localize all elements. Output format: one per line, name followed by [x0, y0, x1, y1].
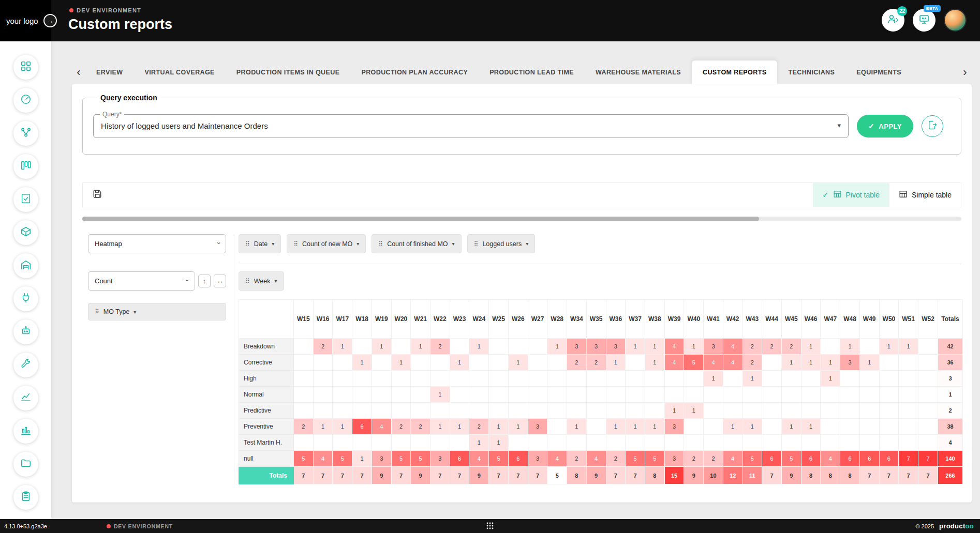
- apps-grid-button[interactable]: [486, 522, 494, 530]
- pivot-cell: 2: [781, 339, 801, 355]
- pivot-cell: [333, 435, 352, 451]
- pivot-cell: [684, 387, 704, 403]
- sidebar-item-materials[interactable]: [13, 220, 38, 245]
- pivot-cell: 1: [469, 435, 489, 451]
- pivot-cell: 6: [508, 451, 528, 467]
- horizontal-scrollbar-thumb[interactable]: [82, 217, 759, 221]
- sidebar-item-reports[interactable]: [13, 419, 38, 444]
- tab-production-lead-time[interactable]: PRODUCTION LEAD TIME: [479, 60, 585, 84]
- pivot-cell: 4: [313, 451, 333, 467]
- pivot-cell: [781, 403, 801, 419]
- week-column-header: W50: [879, 300, 899, 339]
- tab-production-plan-accuracy[interactable]: PRODUCTION PLAN ACCURACY: [350, 60, 479, 84]
- pivot-cell: [333, 387, 352, 403]
- row-field-chip-mo-type[interactable]: ⠿ MO Type ▾: [88, 303, 226, 321]
- week-column-header: W38: [645, 300, 664, 339]
- column-total-cell: 7: [626, 467, 645, 484]
- tab-virtual-coverage[interactable]: VIRTUAL COVERAGE: [134, 60, 226, 84]
- sidebar-item-coverage[interactable]: [13, 88, 38, 113]
- apply-button[interactable]: ✓ APPLY: [857, 115, 913, 138]
- chart-type-select[interactable]: Heatmap ›: [88, 234, 226, 253]
- sidebar-item-workflow[interactable]: [13, 121, 38, 146]
- sidebar-item-production-queue[interactable]: [13, 154, 38, 179]
- pivot-cell: [645, 371, 664, 387]
- row-total-cell: 140: [938, 451, 963, 467]
- swap-vertical-icon: ↕: [202, 277, 206, 285]
- sidebar-expand-button[interactable]: →: [43, 14, 57, 27]
- pivot-cell: [743, 403, 762, 419]
- tab-equipments[interactable]: EQUIPMENTS: [845, 60, 912, 84]
- avatar[interactable]: [944, 9, 967, 32]
- users-button[interactable]: 22: [882, 9, 904, 32]
- week-column-header: W17: [333, 300, 352, 339]
- tab-production-items-in-queue[interactable]: PRODUCTION ITEMS IN QUEUE: [226, 60, 351, 84]
- pivot-cell: 1: [411, 339, 430, 355]
- sidebar-item-documents[interactable]: [13, 452, 38, 477]
- simple-table-toggle[interactable]: Simple table: [889, 183, 961, 207]
- column-total-cell: 9: [781, 467, 801, 484]
- swap-columns-button[interactable]: ↔: [214, 275, 226, 287]
- available-fields-row: ⠿ Date ▾ ⠿ Count of new MO ▾ ⠿ Count of …: [239, 234, 961, 264]
- sidebar-item-dashboard[interactable]: [13, 55, 38, 80]
- pivot-cell: 4: [664, 355, 684, 371]
- drag-handle-icon: ⠿: [474, 240, 479, 248]
- pivot-cell: 1: [372, 339, 391, 355]
- tabs-scroll-left-button[interactable]: ‹: [72, 60, 85, 84]
- pivot-cell: 5: [391, 451, 411, 467]
- tabs-scroll-right-button[interactable]: ›: [958, 60, 972, 84]
- pivot-cell: [450, 435, 469, 451]
- column-field-chip-week[interactable]: ⠿ Week ▾: [239, 271, 284, 291]
- pivot-cell: 2: [294, 419, 314, 435]
- pivot-corner-cell: WeekMO Type: [239, 300, 294, 339]
- export-button[interactable]: [922, 115, 943, 137]
- save-button[interactable]: [83, 183, 112, 207]
- sidebar-item-warehouse[interactable]: [13, 253, 38, 278]
- pivot-cell: 3: [664, 451, 684, 467]
- tab-overview[interactable]: ERVIEW: [85, 60, 134, 84]
- pivot-cell: 5: [294, 451, 314, 467]
- column-total-cell: 7: [450, 467, 469, 484]
- beta-badge: BETA: [924, 5, 941, 12]
- pivot-cell: 1: [469, 339, 489, 355]
- row-total-cell: 3: [938, 371, 963, 387]
- pivot-table-toggle[interactable]: ✓ Pivot table: [813, 183, 889, 207]
- week-column-header: W40: [684, 300, 704, 339]
- wrench-icon: [20, 358, 32, 372]
- caret-down-icon: ▾: [838, 121, 841, 129]
- pivot-cell: [801, 435, 821, 451]
- sidebar-item-analytics[interactable]: [13, 386, 38, 410]
- pivot-cell: [391, 339, 411, 355]
- query-execution-section: Query execution Query* History of logged…: [82, 94, 961, 155]
- brand-logo: productoo: [939, 522, 974, 530]
- pivot-cell: [762, 387, 782, 403]
- column-total-cell: 9: [372, 467, 391, 484]
- field-chip-count-of-new-mo[interactable]: ⠿ Count of new MO ▾: [287, 234, 366, 253]
- assistant-button[interactable]: BETA: [913, 9, 936, 32]
- sidebar-item-maintenance[interactable]: [13, 353, 38, 377]
- tab-custom-reports[interactable]: CUSTOM REPORTS: [692, 60, 777, 84]
- pivot-cell: [450, 403, 469, 419]
- field-chip-logged-users[interactable]: ⠿ Logged users ▾: [467, 234, 536, 253]
- sidebar-item-connectors[interactable]: [13, 286, 38, 311]
- field-chip-count-of-finished-mo[interactable]: ⠿ Count of finished MO ▾: [372, 234, 461, 253]
- field-chip-date[interactable]: ⠿ Date ▾: [239, 234, 281, 253]
- sidebar-item-checklist[interactable]: [13, 187, 38, 212]
- query-select[interactable]: Query* History of logged users and Maint…: [93, 114, 849, 138]
- tab-technicians[interactable]: TECHNICIANS: [777, 60, 845, 84]
- bar-chart-icon: [20, 424, 32, 438]
- chat-bot-icon: [918, 13, 930, 27]
- swap-rows-button[interactable]: ↕: [198, 275, 211, 287]
- pivot-cell: 2: [704, 451, 723, 467]
- pivot-cell: 1: [626, 339, 645, 355]
- column-total-cell: 9: [411, 467, 430, 484]
- pivot-cell: 5: [684, 355, 704, 371]
- pivot-cell: [762, 371, 782, 387]
- tab-warehouse-materials[interactable]: WAREHOUSE MATERIALS: [585, 60, 692, 84]
- pivot-config-left: Heatmap › Count › ↕ ↔ ⠿ MO Type ▾: [88, 234, 226, 321]
- column-total-cell: 8: [645, 467, 664, 484]
- sidebar-item-audits[interactable]: [13, 485, 38, 510]
- sidebar-item-machines[interactable]: [13, 319, 38, 344]
- column-total-cell: 7: [352, 467, 372, 484]
- aggregator-select[interactable]: Count ›: [88, 271, 195, 291]
- column-total-cell: 9: [469, 467, 489, 484]
